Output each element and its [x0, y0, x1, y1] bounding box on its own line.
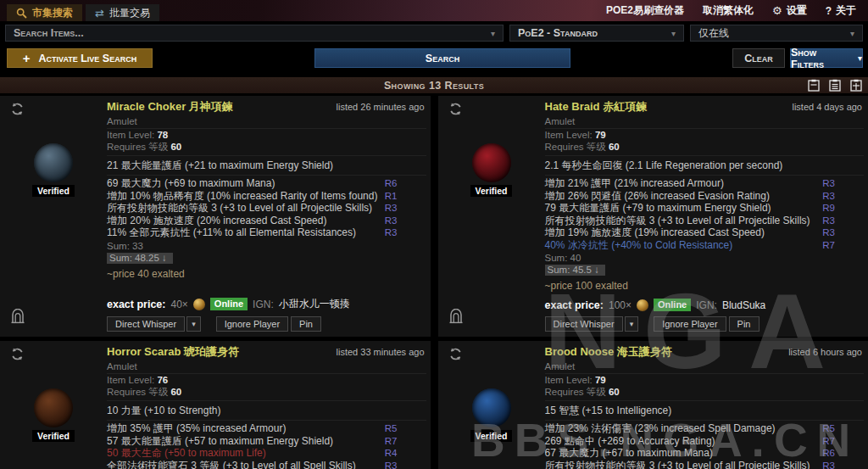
verified-badge: Verified: [470, 185, 513, 197]
item-card: Verified Brood Noose 海玉護身符 listed 6 hour…: [438, 341, 868, 469]
verified-badge: Verified: [32, 430, 75, 442]
chevron-down-icon: ▾: [858, 53, 862, 63]
weighted-sum: Sum: 45.5 ↓: [545, 264, 865, 276]
pin-button[interactable]: Pin: [291, 316, 321, 332]
price-line: exact price: 40× Online IGN: 小甜水儿一顿揍 Dir…: [107, 290, 426, 332]
copy-list-icon[interactable]: [829, 79, 841, 92]
league-select[interactable]: PoE2 - Standard ▾: [509, 25, 684, 42]
requires-label: Requires 等级: [545, 387, 606, 397]
mod-row: 79 最大能量護盾 (+79 to maximum Energy Shield)…: [545, 202, 865, 215]
item-level-label: Item Level:: [107, 130, 154, 140]
clear-button[interactable]: Clear: [732, 48, 785, 68]
hideout-icon[interactable]: [10, 309, 25, 327]
show-filters-label: Show Filters: [791, 47, 852, 70]
amulet-image: [34, 143, 73, 182]
item-art: Verified: [464, 143, 520, 198]
app-title: POE2易刷查价器: [606, 3, 684, 18]
mod-text: 全部法術技能寶石 3 等級 (+3 to Level of all Spell …: [107, 460, 356, 469]
direct-whisper-button[interactable]: Direct Whisper: [107, 316, 185, 332]
mod-tier: R3: [385, 215, 398, 227]
item-art: Verified: [25, 143, 81, 198]
gear-icon: ⚙: [772, 4, 782, 17]
item-art: Verified: [25, 388, 81, 443]
mod-tier: R3: [822, 215, 835, 227]
refresh-icon[interactable]: [448, 347, 463, 365]
tab-bulk-trade[interactable]: ⇄ 批量交易: [86, 4, 159, 21]
ignore-player-button[interactable]: Ignore Player: [654, 316, 726, 332]
mod-tier: R5: [822, 422, 835, 435]
whisper-dropdown-button[interactable]: ▾: [625, 316, 639, 332]
mod-row: 增加 20% 施放速度 (20% increased Cast Speed) R…: [107, 215, 426, 227]
mods: 增加 23% 法術傷害 (23% increased Spell Damage)…: [545, 421, 865, 469]
swap-icon: ⇄: [95, 7, 104, 20]
weighted-sum-text: Sum: 45.5: [548, 265, 595, 275]
search-button[interactable]: Search: [314, 48, 570, 68]
online-filter-select[interactable]: 仅在线 ▾: [690, 25, 863, 42]
copy-table-icon[interactable]: [850, 79, 862, 92]
refresh-icon[interactable]: [448, 102, 463, 120]
ignore-player-button[interactable]: Ignore Player: [216, 316, 288, 332]
mod-row: 所有投射物技能的等級 3 (+3 to Level of all Project…: [107, 202, 426, 215]
mod-tier: R3: [385, 202, 398, 215]
card-rail: Verified: [0, 99, 107, 332]
mod-tier: R3: [385, 226, 398, 239]
topbar-right: POE2易刷查价器 取消繁体化 ⚙ 设置 ? 关于: [606, 3, 868, 21]
mod-row: 57 最大能量護盾 (+57 to maximum Energy Shield)…: [107, 435, 426, 448]
chevron-down-icon: ▾: [665, 29, 676, 38]
item-art: Verified: [464, 388, 520, 443]
implicit-mod: 15 智慧 (+15 to Intelligence): [545, 401, 865, 421]
refresh-icon[interactable]: [10, 347, 25, 365]
direct-whisper-button[interactable]: Direct Whisper: [545, 316, 623, 332]
item-name: Miracle Choker 月神項鍊: [107, 99, 233, 114]
activate-live-search-button[interactable]: + Activate Live Search: [7, 48, 153, 68]
tab-market-search[interactable]: 市集搜索: [7, 4, 82, 21]
whisper-dropdown-button[interactable]: ▾: [186, 316, 201, 332]
item-level-row: Item Level: 79: [545, 129, 865, 140]
refresh-icon[interactable]: [10, 102, 25, 120]
mod-row: 增加 26% 閃避值 (26% increased Evasion Rating…: [545, 190, 865, 203]
item-base: Amulet: [545, 115, 865, 129]
hideout-icon[interactable]: [448, 309, 464, 327]
show-filters-button[interactable]: Show Filters ▾: [790, 48, 863, 68]
mod-tier: R6: [385, 177, 398, 190]
about-link[interactable]: ? 关于: [826, 3, 856, 18]
approx-price: ~price 40 exalted: [107, 268, 426, 280]
top-bar: 市集搜索 ⇄ 批量交易 POE2易刷查价器 取消繁体化 ⚙ 设置 ? 关于: [0, 0, 868, 21]
card-content: Brood Noose 海玉護身符 listed 6 hours ago Amu…: [545, 344, 865, 469]
mod-text: 增加 23% 法術傷害 (23% increased Spell Damage): [545, 422, 776, 435]
mod-text: 所有投射物技能的等級 3 (+3 to Level of all Project…: [107, 202, 372, 215]
pin-button[interactable]: Pin: [729, 316, 760, 332]
mod-tier: R6: [822, 447, 835, 460]
league-value: PoE2 - Standard: [518, 27, 598, 39]
search-input[interactable]: Search Items... ▾: [5, 25, 504, 42]
card-rail: Verified: [438, 344, 545, 469]
item-card: Verified Miracle Choker 月神項鍊 listed 26 m…: [0, 96, 431, 337]
mod-row: 所有投射物技能的等級 3 (+3 to Level of all Project…: [545, 460, 865, 469]
mod-text: 所有投射物技能的等級 3 (+3 to Level of all Project…: [545, 215, 810, 227]
verified-badge: Verified: [470, 430, 513, 442]
copy-item-icon[interactable]: [808, 79, 820, 92]
card-header: Horror Scarab 琥珀護身符 listed 33 minutes ag…: [107, 344, 426, 360]
main-tabs: 市集搜索 ⇄ 批量交易: [0, 4, 159, 21]
item-level-row: Item Level: 78: [107, 129, 426, 140]
search-row: Search Items... ▾ PoE2 - Standard ▾ 仅在线 …: [0, 21, 868, 44]
exact-price-amount: 40×: [170, 299, 187, 310]
implicit-mod: 21 最大能量護盾 (+21 to maximum Energy Shield): [107, 156, 426, 176]
item-level-label: Item Level:: [107, 375, 154, 385]
mod-text: 增加 19% 施放速度 (19% increased Cast Speed): [545, 226, 765, 239]
settings-label: 设置: [787, 3, 807, 18]
mod-tier: R3: [822, 226, 835, 239]
untraditional-link[interactable]: 取消繁体化: [703, 3, 754, 18]
mod-text: 50 最大生命 (+50 to maximum Life): [107, 447, 266, 460]
mod-row: 所有投射物技能的等級 3 (+3 to Level of all Project…: [545, 215, 865, 227]
settings-link[interactable]: ⚙ 设置: [772, 3, 807, 18]
card-header: Brood Noose 海玉護身符 listed 6 hours ago: [545, 344, 865, 360]
requires-label: Requires 等级: [107, 142, 168, 152]
mod-text: 11% 全部元素抗性 (+11% to all Elemental Resist…: [107, 226, 356, 239]
mods: 增加 21% 護甲 (21% increased Armour) R3 增加 2…: [545, 176, 865, 251]
mod-tier: R7: [385, 435, 398, 448]
ign-label: IGN:: [253, 299, 274, 310]
online-badge: Online: [654, 299, 691, 311]
online-filter-value: 仅在线: [698, 26, 729, 41]
verified-badge: Verified: [32, 185, 75, 197]
